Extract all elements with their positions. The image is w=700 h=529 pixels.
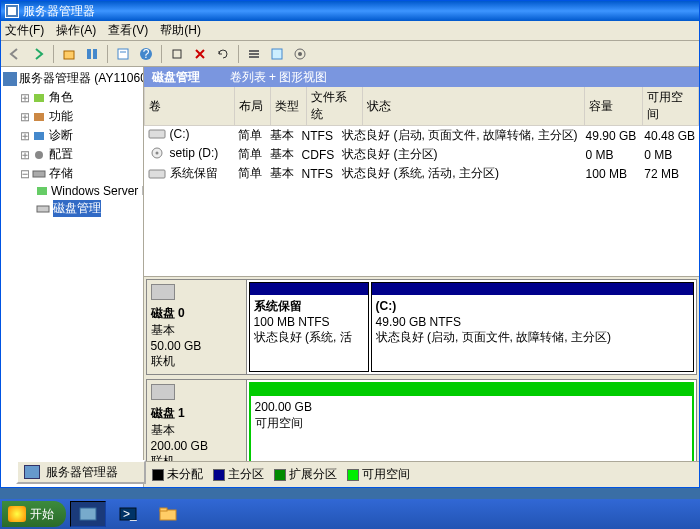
volume-scroll[interactable]: (C:) 简单 基本 NTFS 状态良好 (启动, 页面文件, 故障转储, 主分…: [144, 126, 699, 276]
col-volume[interactable]: 卷: [144, 87, 234, 126]
table-row[interactable]: setip (D:) 简单 基本 CDFS 状态良好 (主分区) 0 MB 0 …: [144, 145, 699, 164]
tree-roles[interactable]: ⊞ 角色: [3, 88, 141, 107]
expand-icon[interactable]: ⊞: [19, 91, 31, 105]
col-layout[interactable]: 布局: [234, 87, 270, 126]
svg-rect-19: [34, 132, 44, 140]
show-hide-button[interactable]: [82, 44, 102, 64]
disk-row-1[interactable]: 磁盘 1 基本 200.00 GB 联机 200.00 GB 可用空间: [146, 379, 697, 461]
server-manager-float-button[interactable]: 服务器管理器: [16, 460, 146, 484]
svg-rect-12: [249, 56, 259, 58]
tree-root[interactable]: 服务器管理器 (AY110608020109: [3, 69, 141, 88]
menu-action[interactable]: 操作(A): [56, 22, 96, 39]
taskbar-item[interactable]: >_: [110, 501, 146, 527]
forward-button[interactable]: [28, 44, 48, 64]
menu-help[interactable]: 帮助(H): [160, 22, 201, 39]
svg-rect-11: [249, 53, 259, 55]
svg-rect-18: [34, 113, 44, 121]
col-status[interactable]: 状态: [362, 87, 584, 126]
tree-features[interactable]: ⊞ 功能: [3, 107, 141, 126]
powershell-icon: >_: [118, 505, 138, 523]
properties-button[interactable]: [113, 44, 133, 64]
svg-rect-3: [87, 49, 91, 59]
svg-rect-22: [37, 187, 47, 195]
expand-icon[interactable]: ⊞: [19, 110, 31, 124]
diagnostics-icon: [31, 129, 47, 143]
backup-icon: [35, 184, 49, 198]
expand-icon[interactable]: ⊞: [19, 148, 31, 162]
disk-row-0[interactable]: 磁盘 0 基本 50.00 GB 联机 系统保留 100 MB NTFS 状态良…: [146, 279, 697, 375]
collapse-icon[interactable]: ⊟: [19, 167, 31, 181]
tree-wsb[interactable]: Windows Server Backup: [3, 183, 141, 199]
server-manager-window: 服务器管理器 文件(F) 操作(A) 查看(V) 帮助(H) ? 服务器管理器 …: [0, 0, 700, 488]
content-subtitle: 卷列表 + 图形视图: [230, 69, 328, 86]
expand-icon[interactable]: ⊞: [19, 129, 31, 143]
taskbar-item[interactable]: [150, 501, 186, 527]
menu-file[interactable]: 文件(F): [5, 22, 44, 39]
table-row[interactable]: (C:) 简单 基本 NTFS 状态良好 (启动, 页面文件, 故障转储, 主分…: [144, 126, 699, 145]
col-free[interactable]: 可用空间: [643, 87, 699, 126]
disk-header: 磁盘 1 基本 200.00 GB 联机: [147, 380, 247, 461]
tree-panel: 服务器管理器 (AY110608020109 ⊞ 角色 ⊞ 功能 ⊞ 诊断: [1, 67, 144, 487]
legend: 未分配 主分区 扩展分区 可用空间: [144, 461, 699, 487]
partition-free-space[interactable]: 200.00 GB 可用空间: [249, 382, 694, 461]
tree-storage[interactable]: ⊟ 存储: [3, 164, 141, 183]
svg-rect-30: [80, 508, 96, 520]
tree-diagnostics[interactable]: ⊞ 诊断: [3, 126, 141, 145]
disk-icon: [151, 384, 175, 400]
taskbar-item[interactable]: [70, 501, 106, 527]
legend-primary-icon: [213, 469, 225, 481]
legend-free-icon: [347, 469, 359, 481]
settings-button[interactable]: [290, 44, 310, 64]
volume-icon: [148, 128, 166, 140]
svg-rect-2: [64, 51, 74, 59]
list-button[interactable]: [244, 44, 264, 64]
titlebar[interactable]: 服务器管理器: [1, 1, 699, 21]
storage-icon: [31, 167, 47, 181]
roles-icon: [31, 91, 47, 105]
menu-view[interactable]: 查看(V): [108, 22, 148, 39]
start-icon: [8, 506, 26, 522]
content-header: 磁盘管理 卷列表 + 图形视图: [144, 67, 699, 87]
app-icon: [5, 4, 19, 18]
detail-button[interactable]: [267, 44, 287, 64]
help-button[interactable]: ?: [136, 44, 156, 64]
start-button[interactable]: 开始: [2, 501, 66, 527]
disk-icon: [35, 202, 51, 216]
col-type[interactable]: 类型: [270, 87, 306, 126]
svg-rect-9: [173, 50, 181, 58]
disk-header: 磁盘 0 基本 50.00 GB 联机: [147, 280, 247, 374]
partition-c[interactable]: (C:) 49.90 GB NTFS 状态良好 (启动, 页面文件, 故障转储,…: [371, 282, 694, 372]
svg-rect-13: [272, 49, 282, 59]
up-button[interactable]: [59, 44, 79, 64]
svg-rect-27: [149, 170, 165, 178]
svg-rect-10: [249, 50, 259, 52]
col-fs[interactable]: 文件系统: [306, 87, 362, 126]
table-row[interactable]: 系统保留 简单 基本 NTFS 状态良好 (系统, 活动, 主分区) 100 M…: [144, 164, 699, 183]
features-icon: [31, 110, 47, 124]
volume-icon: [148, 168, 166, 180]
tree-diskmgmt[interactable]: 磁盘管理: [3, 199, 141, 218]
window-title: 服务器管理器: [23, 3, 95, 20]
content-panel: 磁盘管理 卷列表 + 图形视图 卷 布局 类型 文件系统 状态 容量 可用空间: [144, 67, 699, 487]
legend-extended-icon: [274, 469, 286, 481]
server-manager-icon: [78, 505, 98, 523]
col-capacity[interactable]: 容量: [585, 87, 643, 126]
back-button[interactable]: [5, 44, 25, 64]
svg-rect-1: [8, 7, 16, 15]
svg-rect-21: [33, 171, 45, 177]
disk-icon: [151, 284, 175, 300]
menubar: 文件(F) 操作(A) 查看(V) 帮助(H): [1, 21, 699, 41]
partition-system-reserved[interactable]: 系统保留 100 MB NTFS 状态良好 (系统, 活: [249, 282, 369, 372]
svg-rect-17: [34, 94, 44, 102]
rescan-button[interactable]: [213, 44, 233, 64]
svg-text:?: ?: [143, 47, 150, 61]
svg-rect-4: [93, 49, 97, 59]
refresh-button[interactable]: [167, 44, 187, 64]
tree-configuration[interactable]: ⊞ 配置: [3, 145, 141, 164]
legend-unalloc-icon: [152, 469, 164, 481]
cd-icon: [148, 147, 166, 159]
svg-rect-34: [160, 508, 167, 511]
delete-button[interactable]: [190, 44, 210, 64]
svg-rect-16: [3, 72, 17, 86]
volume-list-panel: 卷 布局 类型 文件系统 状态 容量 可用空间 (C:) 简单: [144, 87, 699, 277]
